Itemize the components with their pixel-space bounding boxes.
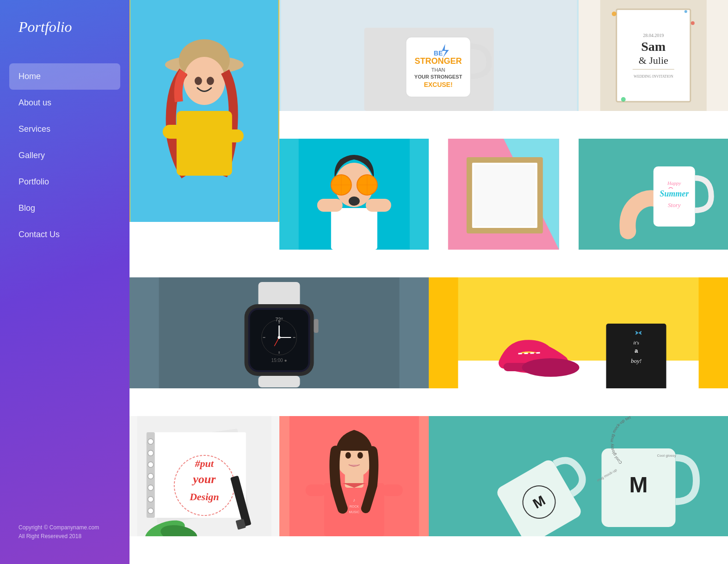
svg-text:Happy: Happy xyxy=(667,180,681,186)
svg-text:Design: Design xyxy=(189,491,219,503)
grid-cell-wood-frame xyxy=(429,139,579,250)
sidebar-item-portfolio[interactable]: Portfolio xyxy=(0,169,130,195)
grid-cell-sam-julie: 28.04.2019 Sam & Julie WEDDING INVITATIO… xyxy=(579,0,728,111)
main-grid: BE STRONGER THAN YOUR STRONGEST EXCUSE! xyxy=(130,0,728,564)
grid-cell-woman-yellow xyxy=(130,0,279,222)
svg-text:THAN: THAN xyxy=(431,67,445,73)
svg-text:your: your xyxy=(191,472,216,486)
svg-point-90 xyxy=(148,497,154,502)
grid-cell-two-mugs: M Cool glossy mug mock-up set M mug mock… xyxy=(429,416,728,536)
svg-point-91 xyxy=(148,508,154,514)
sidebar-item-gallery[interactable]: Gallery xyxy=(0,142,130,169)
svg-rect-52 xyxy=(259,282,300,307)
sidebar-item-blog[interactable]: Blog xyxy=(0,195,130,221)
svg-text:& Julie: & Julie xyxy=(638,55,668,66)
svg-text:EXCUSE!: EXCUSE! xyxy=(424,81,452,88)
svg-text:Sam: Sam xyxy=(641,39,666,54)
sidebar-item-home[interactable]: Home xyxy=(9,63,120,90)
svg-point-7 xyxy=(195,77,202,85)
svg-text:♪: ♪ xyxy=(353,497,355,503)
svg-point-22 xyxy=(684,10,687,13)
svg-text:it's: it's xyxy=(633,340,639,345)
svg-point-88 xyxy=(148,473,154,479)
svg-rect-6 xyxy=(209,129,244,142)
svg-point-38 xyxy=(348,196,359,206)
svg-rect-107 xyxy=(305,484,326,496)
svg-text:a: a xyxy=(635,347,638,354)
svg-text:WEDDING INVITATION: WEDDING INVITATION xyxy=(634,74,673,79)
svg-text:Story: Story xyxy=(668,202,681,208)
grid-cell-summer-mug: Happy Summer Story xyxy=(579,139,728,250)
grid-cell-mug-motivational: BE STRONGER THAN YOUR STRONGEST EXCUSE! xyxy=(279,0,579,111)
sidebar-item-contact[interactable]: Contact Us xyxy=(0,221,130,248)
svg-text:STRONGER: STRONGER xyxy=(414,56,462,66)
svg-text:M: M xyxy=(629,472,648,497)
sidebar-footer: Copyright © Companyname.com All Right Re… xyxy=(0,514,130,550)
svg-rect-5 xyxy=(163,125,200,139)
sidebar-item-about[interactable]: About us xyxy=(0,90,130,116)
svg-text:YOUR STRONGEST: YOUR STRONGEST xyxy=(414,74,462,80)
grid-cell-notebook-design: #put your Design xyxy=(130,416,279,536)
svg-point-85 xyxy=(148,439,154,444)
svg-text:boy!: boy! xyxy=(631,357,642,364)
svg-point-110 xyxy=(345,452,351,459)
svg-rect-40 xyxy=(365,199,391,212)
svg-rect-67 xyxy=(314,319,319,333)
footer-line1: Copyright © Companyname.com xyxy=(19,523,111,532)
svg-point-74 xyxy=(522,358,580,377)
svg-text:Cool glossy: Cool glossy xyxy=(657,454,676,458)
grid-cell-shoes-card: it's a boy! xyxy=(429,277,728,388)
footer-line2: All Right Resereved 2018 xyxy=(19,532,111,541)
svg-text:BE: BE xyxy=(433,49,442,57)
sidebar: Portfolio Home About us Services Gallery… xyxy=(0,0,130,564)
grid-cell-woman-oranges xyxy=(279,139,429,250)
svg-text:ROCK: ROCK xyxy=(349,505,359,508)
grid-cell-apple-watch: 72° 15:00 ● xyxy=(130,277,429,388)
svg-point-89 xyxy=(148,485,154,490)
svg-rect-4 xyxy=(177,111,232,176)
svg-point-65 xyxy=(278,336,281,339)
sidebar-nav: Home About us Services Gallery Portfolio… xyxy=(0,63,130,514)
svg-rect-39 xyxy=(317,199,342,212)
svg-rect-108 xyxy=(382,484,402,496)
svg-point-111 xyxy=(357,452,363,459)
svg-point-23 xyxy=(621,97,625,102)
grid-cell-woman-tshirt: ♪ ROCK MUSIC xyxy=(279,416,429,536)
svg-rect-45 xyxy=(474,165,536,226)
svg-text:#put: #put xyxy=(195,458,214,469)
svg-text:15:00 ●: 15:00 ● xyxy=(271,358,287,363)
svg-point-8 xyxy=(207,77,214,85)
svg-text:Summer: Summer xyxy=(660,189,689,198)
svg-point-86 xyxy=(148,450,154,456)
svg-point-20 xyxy=(611,12,616,16)
svg-point-3 xyxy=(184,57,225,105)
sidebar-item-services[interactable]: Services xyxy=(0,116,130,142)
svg-point-87 xyxy=(148,462,154,467)
svg-point-21 xyxy=(691,21,694,25)
svg-text:28.04.2019: 28.04.2019 xyxy=(643,33,664,38)
sidebar-logo: Portfolio xyxy=(0,18,130,63)
svg-rect-30 xyxy=(331,208,377,250)
svg-rect-68 xyxy=(259,376,300,387)
svg-text:MUSIC: MUSIC xyxy=(349,510,359,514)
